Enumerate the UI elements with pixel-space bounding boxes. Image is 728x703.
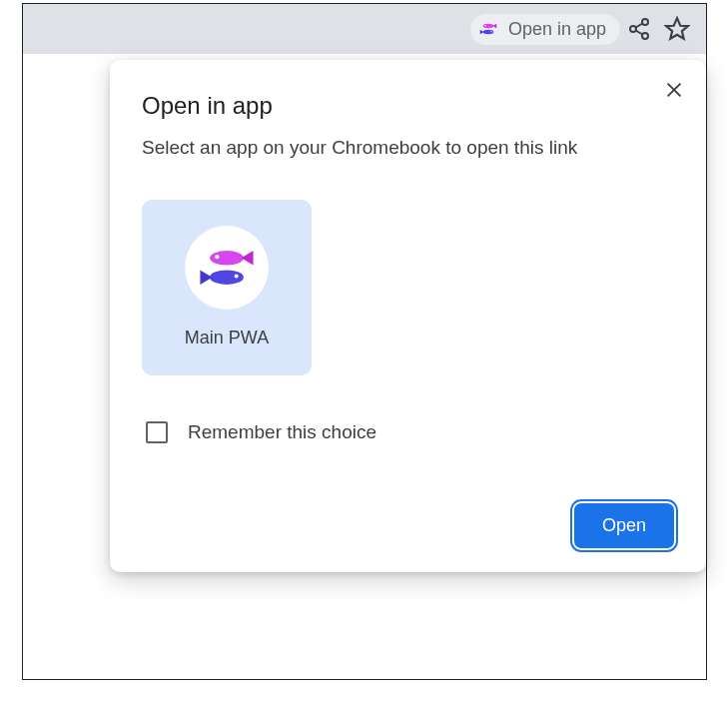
svg-marker-18 <box>200 270 212 285</box>
app-icon-wrap <box>185 226 269 310</box>
svg-point-14 <box>210 251 244 266</box>
open-in-app-chip[interactable]: Open in app <box>470 14 620 45</box>
svg-point-8 <box>642 33 648 39</box>
pwa-fish-icon <box>478 19 498 39</box>
remember-checkbox[interactable] <box>146 421 168 443</box>
open-button[interactable]: Open <box>574 503 674 548</box>
open-in-app-dialog: Open in app Select an app on your Chrome… <box>110 60 706 572</box>
dialog-title: Open in app <box>142 92 674 120</box>
remember-row: Remember this choice <box>142 421 674 443</box>
dialog-actions: Open <box>142 503 674 548</box>
share-button[interactable] <box>620 10 658 48</box>
svg-point-19 <box>235 274 239 278</box>
svg-point-2 <box>484 25 485 26</box>
svg-point-7 <box>630 26 636 32</box>
svg-line-9 <box>636 24 643 28</box>
svg-point-3 <box>483 30 494 35</box>
pwa-fish-icon <box>198 239 256 297</box>
svg-point-17 <box>210 270 244 285</box>
svg-marker-1 <box>492 24 496 29</box>
close-icon <box>663 79 685 105</box>
svg-marker-4 <box>480 30 484 35</box>
share-icon <box>627 17 651 41</box>
svg-marker-11 <box>666 18 688 39</box>
star-icon <box>664 16 690 42</box>
app-tile-main-pwa[interactable]: Main PWA <box>142 200 312 375</box>
svg-point-6 <box>642 19 648 25</box>
browser-toolbar: Open in app <box>23 4 706 54</box>
close-button[interactable] <box>656 74 692 110</box>
remember-label: Remember this choice <box>188 421 376 443</box>
app-frame: Open in app <box>22 3 707 680</box>
app-grid: Main PWA <box>142 200 674 375</box>
chip-label: Open in app <box>508 19 606 40</box>
bookmark-button[interactable] <box>658 10 696 48</box>
app-label: Main PWA <box>185 328 269 349</box>
dialog-description: Select an app on your Chromebook to open… <box>142 134 674 162</box>
svg-point-0 <box>483 24 494 29</box>
svg-point-16 <box>215 255 219 259</box>
svg-point-5 <box>490 31 491 32</box>
svg-marker-15 <box>242 251 254 266</box>
svg-line-10 <box>636 31 643 35</box>
